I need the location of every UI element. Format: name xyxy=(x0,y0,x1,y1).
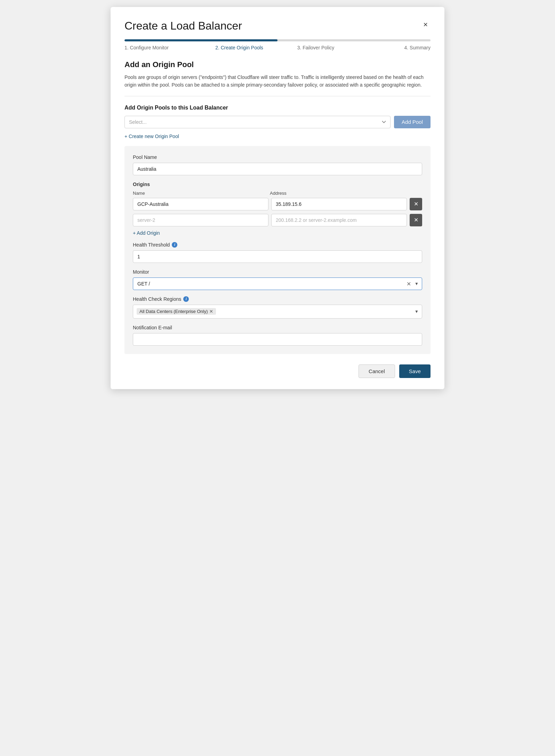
modal-footer: Cancel Save xyxy=(124,361,431,378)
name-col-label: Name xyxy=(133,191,266,196)
notification-email-field: Notification E-mail xyxy=(133,325,422,346)
origins-section: Origins Name Address ✕ ✕ + Add Origin xyxy=(133,182,422,242)
origin-1-name-input[interactable] xyxy=(133,198,268,210)
monitor-select-wrap: GET / ✕ ▼ xyxy=(133,278,422,290)
origin-row-2: ✕ xyxy=(133,214,422,226)
pool-select[interactable]: Select... xyxy=(124,116,391,128)
subsection-heading: Add Origin Pools to this Load Balancer xyxy=(124,105,431,111)
pool-name-field: Pool Name xyxy=(133,154,422,182)
health-check-regions-input[interactable]: All Data Centers (Enterprise Only) ✕ xyxy=(133,305,422,319)
progress-fill xyxy=(124,39,278,41)
modal-header: Create a Load Balancer × xyxy=(124,19,431,32)
address-col-label: Address xyxy=(270,191,403,196)
monitor-field: Monitor GET / ✕ ▼ xyxy=(133,269,422,290)
select-pool-row: Select... Add Pool xyxy=(124,116,431,128)
modal-title: Create a Load Balancer xyxy=(124,19,242,32)
origins-col-headers: Name Address xyxy=(133,191,422,196)
tag-remove-button[interactable]: ✕ xyxy=(209,309,213,314)
pool-name-label: Pool Name xyxy=(133,154,422,160)
monitor-label: Monitor xyxy=(133,269,422,275)
save-button[interactable]: Save xyxy=(399,364,431,378)
step-4-label: 4. Summary xyxy=(354,45,431,50)
origins-label: Origins xyxy=(133,182,422,187)
health-threshold-label: Health Threshold i xyxy=(133,242,422,248)
pool-name-input[interactable] xyxy=(133,163,422,175)
add-pool-button[interactable]: Add Pool xyxy=(394,116,431,128)
origin-2-remove-button[interactable]: ✕ xyxy=(410,214,422,226)
notification-email-input[interactable] xyxy=(133,333,422,346)
origin-2-address-input[interactable] xyxy=(271,214,407,226)
origin-2-name-input[interactable] xyxy=(133,214,268,226)
section-description: Pools are groups of origin servers ("end… xyxy=(124,73,431,89)
section-heading: Add an Origin Pool xyxy=(124,60,431,69)
health-threshold-info-icon[interactable]: i xyxy=(172,242,177,248)
all-data-centers-tag: All Data Centers (Enterprise Only) ✕ xyxy=(137,308,216,315)
origin-1-address-input[interactable] xyxy=(271,198,407,210)
progress-bar-container: 1. Configure Monitor 2. Create Origin Po… xyxy=(124,39,431,50)
health-threshold-input[interactable] xyxy=(133,250,422,263)
health-check-regions-wrap: All Data Centers (Enterprise Only) ✕ ▼ xyxy=(133,305,422,319)
progress-track xyxy=(124,39,431,41)
monitor-clear-button[interactable]: ✕ xyxy=(407,280,411,287)
monitor-select[interactable]: GET / xyxy=(133,278,422,290)
add-origin-link[interactable]: + Add Origin xyxy=(133,230,160,236)
health-threshold-field: Health Threshold i xyxy=(133,242,422,269)
steps-row: 1. Configure Monitor 2. Create Origin Po… xyxy=(124,45,431,50)
notification-email-label: Notification E-mail xyxy=(133,325,422,330)
create-new-origin-pool-link[interactable]: + Create new Origin Pool xyxy=(124,134,179,139)
step-3-label: 3. Failover Policy xyxy=(278,45,354,50)
origin-row-1: ✕ xyxy=(133,198,422,210)
step-2-label: 2. Create Origin Pools xyxy=(201,45,278,50)
divider xyxy=(124,96,431,96)
cancel-button[interactable]: Cancel xyxy=(359,364,395,378)
health-check-regions-field: Health Check Regions i All Data Centers … xyxy=(133,296,422,319)
pool-form-card: Pool Name Origins Name Address ✕ ✕ xyxy=(124,146,431,354)
health-check-regions-label: Health Check Regions i xyxy=(133,296,422,302)
origin-1-remove-button[interactable]: ✕ xyxy=(410,198,422,210)
close-button[interactable]: × xyxy=(420,19,431,30)
step-1-label: 1. Configure Monitor xyxy=(124,45,201,50)
create-load-balancer-modal: Create a Load Balancer × 1. Configure Mo… xyxy=(111,7,444,389)
health-check-regions-info-icon[interactable]: i xyxy=(183,296,189,302)
